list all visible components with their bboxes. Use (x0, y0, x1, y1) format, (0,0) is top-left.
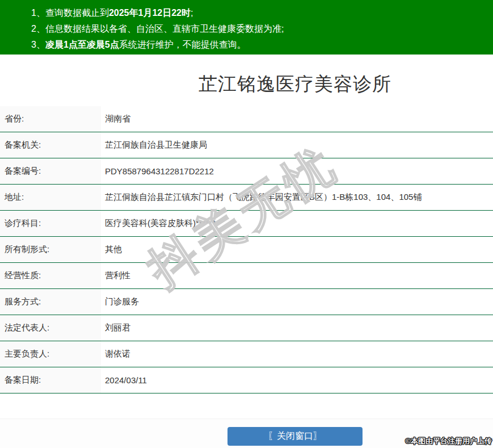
table-row: 所有制形式:其他 (0, 237, 493, 263)
field-label: 服务方式: (0, 289, 101, 315)
info-table: 省份:湖南省备案机关:芷江侗族自治县卫生健康局备案编号:PDY858796431… (0, 106, 493, 393)
field-value: 芷江侗族自治县芷江镇东门口村（飞虎路德丰园安置区B区）1-B栋103、104、1… (101, 185, 493, 210)
table-row: 备案日期:2024/03/11 (0, 367, 493, 393)
field-value: 芷江侗族自治县卫生健康局 (101, 132, 493, 158)
field-value: 门诊服务 (101, 289, 493, 315)
notice-segment: 3、 (31, 40, 45, 49)
notice-bold-segment: 凌晨1点至凌晨5点 (45, 40, 119, 49)
table-row: 服务方式:门诊服务 (0, 289, 493, 315)
field-label: 省份: (0, 106, 101, 132)
table-row: 经营性质:营利性 (0, 263, 493, 289)
field-value: 营利性 (101, 263, 493, 288)
notice-line-1: 1、查询数据截止到2025年1月12日22时; (31, 5, 493, 21)
field-label: 备案机关: (0, 132, 101, 158)
table-row: 地址:芷江侗族自治县芷江镇东门口村（飞虎路德丰园安置区B区）1-B栋103、10… (0, 185, 493, 211)
field-label: 备案编号: (0, 158, 101, 184)
table-row: 备案机关:芷江侗族自治县卫生健康局 (0, 132, 493, 158)
field-label: 所有制形式: (0, 237, 101, 262)
field-value: PDY85879643122817D2212 (101, 158, 493, 184)
field-value: 医疗美容科(美容皮肤科)****** (101, 211, 493, 236)
field-label: 经营性质: (0, 263, 101, 288)
notice-segment: 1、 (31, 8, 45, 18)
table-row: 省份:湖南省 (0, 106, 493, 132)
field-value: 谢依诺 (101, 341, 493, 367)
notice-line-3: 3、凌晨1点至凌晨5点系统进行维护，不能提供查询。 (31, 37, 493, 53)
notice-segment: 系统进行维护，不能提供查询。 (119, 40, 246, 49)
field-label: 备案日期: (0, 367, 101, 393)
field-value: 其他 (101, 237, 493, 262)
notice-segment: 查询数据截止到 (45, 8, 109, 18)
table-row: 法定代表人:刘丽君 (0, 315, 493, 341)
notice-segment: 2、 (31, 24, 45, 34)
table-row: 主要负责人:谢依诺 (0, 341, 493, 367)
copyright-label: ©本图由平台注册用户上传 (405, 436, 492, 446)
field-label: 诊疗科目: (0, 211, 101, 236)
notice-segment: 信息数据结果以各省、自治区、直辖市卫生健康委数据为准; (45, 24, 284, 34)
field-value: 湖南省 (101, 106, 493, 132)
field-label: 法定代表人: (0, 315, 101, 341)
content-container: 1、查询数据截止到2025年1月12日22时;2、信息数据结果以各省、自治区、直… (0, 0, 493, 393)
notice-bold-segment: 2025年1月12日22时 (109, 8, 191, 18)
field-label: 主要负责人: (0, 341, 101, 367)
notice-segment: ; (191, 8, 193, 18)
field-label: 地址: (0, 185, 101, 210)
title-row: 芷江铭逸医疗美容诊所 (0, 55, 493, 106)
field-value: 2024/03/11 (101, 367, 493, 393)
page: 1、查询数据截止到2025年1月12日22时;2、信息数据结果以各省、自治区、直… (0, 0, 493, 448)
field-value: 刘丽君 (101, 315, 493, 341)
page-title: 芷江铭逸医疗美容诊所 (199, 72, 391, 97)
notice-line-2: 2、信息数据结果以各省、自治区、直辖市卫生健康委数据为准; (31, 21, 493, 37)
notice-banner: 1、查询数据截止到2025年1月12日22时;2、信息数据结果以各省、自治区、直… (0, 0, 493, 55)
table-row: 备案编号:PDY85879643122817D2212 (0, 158, 493, 185)
table-row: 诊疗科目:医疗美容科(美容皮肤科)****** (0, 211, 493, 237)
close-window-button[interactable]: 〖关闭窗口〗 (227, 427, 363, 446)
